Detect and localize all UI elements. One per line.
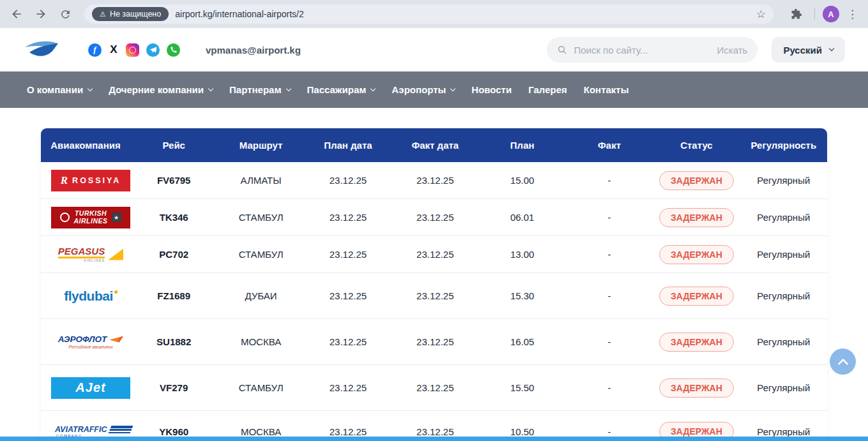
facebook-icon[interactable]: f bbox=[88, 43, 102, 57]
plan-date: 23.12.25 bbox=[305, 175, 392, 186]
chevron-down-icon bbox=[286, 86, 291, 91]
plan-date: 23.12.25 bbox=[305, 212, 392, 223]
column-header-status: Статус bbox=[653, 140, 740, 151]
route: АЛМАТЫ bbox=[217, 175, 304, 186]
bookmark-star-icon[interactable]: ☆ bbox=[756, 8, 766, 21]
flight-number: FZ1689 bbox=[130, 290, 217, 301]
scroll-to-top-button[interactable] bbox=[830, 348, 856, 375]
status-badge: ЗАДЕРЖАН bbox=[659, 208, 734, 227]
fact-time: - bbox=[566, 290, 653, 301]
nav-item-gallery[interactable]: Галерея bbox=[528, 84, 567, 95]
fact-time: - bbox=[566, 382, 653, 393]
fact-date: 23.12.25 bbox=[392, 249, 478, 260]
rossiya-r-icon: R bbox=[61, 174, 68, 187]
chevron-down-icon bbox=[450, 86, 455, 91]
fact-date: 23.12.25 bbox=[392, 212, 478, 223]
nav-item-contacts[interactable]: Контакты bbox=[584, 84, 629, 95]
toolbar-right: A ⋮ bbox=[782, 4, 862, 24]
site-header: f X vpmanas@airport.kg Искать Русский bbox=[0, 28, 868, 71]
social-links: f X bbox=[88, 43, 180, 57]
search-button[interactable]: Искать bbox=[717, 45, 748, 56]
pegasus-airlines-logo: PEGASUS AIRLINES bbox=[51, 244, 130, 265]
fact-time: - bbox=[566, 175, 653, 186]
flydubai-logo: flydubai bbox=[51, 285, 130, 307]
contact-email[interactable]: vpmanas@airport.kg bbox=[206, 45, 301, 56]
nav-item-subsidiaries[interactable]: Дочерние компании bbox=[109, 84, 213, 95]
search-icon bbox=[557, 45, 567, 55]
main-navigation: О компании Дочерние компании Партнерам П… bbox=[0, 71, 868, 108]
search-input[interactable] bbox=[574, 45, 710, 56]
security-badge-label: Не защищено bbox=[110, 10, 161, 19]
airline-cell: TURKISH AIRLINES ★ bbox=[41, 207, 130, 228]
regularity: Регулярный bbox=[740, 212, 827, 223]
plan-date: 23.12.25 bbox=[305, 336, 392, 347]
table-header-row: Авиакомпания Рейс Маршрут План дата Факт… bbox=[41, 128, 827, 162]
plan-date: 23.12.25 bbox=[305, 426, 392, 437]
chevron-up-icon bbox=[837, 358, 848, 369]
regularity: Регулярный bbox=[740, 290, 827, 301]
column-header-plan: План bbox=[479, 140, 566, 151]
whatsapp-icon[interactable] bbox=[167, 43, 180, 57]
status-cell: ЗАДЕРЖАН bbox=[653, 245, 740, 264]
column-header-plan-date: План дата bbox=[305, 140, 392, 151]
ajet-logo: AJet bbox=[51, 377, 130, 399]
security-badge[interactable]: ⚠ Не защищено bbox=[92, 7, 169, 21]
flight-row: R ROSSIYA FV6795 АЛМАТЫ 23.12.25 23.12.2… bbox=[41, 162, 827, 199]
language-label: Русский bbox=[783, 45, 822, 56]
status-cell: ЗАДЕРЖАН bbox=[653, 287, 740, 306]
menu-kebab-icon[interactable]: ⋮ bbox=[847, 8, 858, 21]
plan-time: 16.05 bbox=[479, 336, 566, 347]
turkish-airlines-emblem-icon bbox=[60, 213, 70, 222]
status-cell: ЗАДЕРЖАН bbox=[653, 208, 740, 227]
flydubai-dot-icon bbox=[114, 290, 118, 294]
column-header-airline: Авиакомпания bbox=[41, 140, 130, 151]
flight-number: SU1882 bbox=[130, 336, 217, 347]
status-badge: ЗАДЕРЖАН bbox=[659, 287, 734, 306]
flight-row: AJet VF279 СТАМБУЛ 23.12.25 23.12.25 15.… bbox=[41, 365, 827, 411]
route: МОСКВА bbox=[217, 336, 304, 347]
nav-item-partners[interactable]: Партнерам bbox=[229, 84, 290, 95]
regularity: Регулярный bbox=[740, 175, 827, 186]
flight-row: PEGASUS AIRLINES PC702 СТАМБУЛ 23.12.25 … bbox=[41, 236, 827, 273]
telegram-icon[interactable] bbox=[146, 43, 160, 57]
manas-airport-logo[interactable] bbox=[23, 39, 60, 61]
status-cell: ЗАДЕРЖАН bbox=[653, 171, 740, 190]
nav-item-news[interactable]: Новости bbox=[471, 84, 512, 95]
route: СТАМБУЛ bbox=[217, 382, 304, 393]
site-search: Искать bbox=[547, 37, 758, 63]
back-icon[interactable] bbox=[6, 4, 27, 24]
language-selector[interactable]: Русский bbox=[772, 37, 845, 63]
forward-icon[interactable] bbox=[31, 4, 51, 24]
extensions-puzzle-icon[interactable] bbox=[786, 4, 807, 24]
fact-time: - bbox=[566, 336, 653, 347]
x-icon[interactable]: X bbox=[109, 43, 119, 57]
table-body: R ROSSIYA FV6795 АЛМАТЫ 23.12.25 23.12.2… bbox=[41, 162, 827, 441]
aeroflot-wing-icon bbox=[109, 336, 123, 343]
profile-avatar[interactable]: A bbox=[823, 6, 839, 22]
regularity: Регулярный bbox=[740, 249, 827, 260]
plan-date: 23.12.25 bbox=[305, 382, 392, 393]
route: МОСКВА bbox=[217, 426, 304, 437]
aeroflot-logo: АЭРОФЛОТ Российские авиалинии bbox=[51, 331, 130, 353]
url-text: airport.kg/international-airports/2 bbox=[175, 9, 750, 19]
nav-item-passengers[interactable]: Пассажирам bbox=[307, 84, 376, 95]
warning-icon: ⚠ bbox=[100, 11, 106, 18]
chevron-down-icon bbox=[208, 86, 213, 91]
status-cell: ЗАДЕРЖАН bbox=[653, 378, 740, 398]
fact-date: 23.12.25 bbox=[392, 175, 478, 186]
turkish-airlines-logo: TURKISH AIRLINES ★ bbox=[51, 207, 130, 228]
aviatraffic-flag-icon bbox=[109, 426, 133, 433]
address-bar[interactable]: ⚠ Не защищено airport.kg/international-a… bbox=[84, 4, 773, 24]
plan-time: 15.50 bbox=[479, 382, 566, 393]
flights-table: Авиакомпания Рейс Маршрут План дата Факт… bbox=[41, 128, 827, 441]
instagram-icon[interactable] bbox=[126, 43, 139, 57]
column-header-route: Маршрут bbox=[217, 140, 304, 151]
status-badge: ЗАДЕРЖАН bbox=[659, 171, 734, 190]
nav-item-about[interactable]: О компании bbox=[27, 84, 92, 95]
flight-number: YK960 bbox=[130, 426, 217, 437]
rossiya-logo: R ROSSIYA bbox=[51, 170, 130, 191]
browser-window: ⚠ Не защищено airport.kg/international-a… bbox=[0, 0, 868, 441]
reload-icon[interactable] bbox=[55, 4, 75, 24]
flight-number: VF279 bbox=[130, 382, 217, 393]
nav-item-airports[interactable]: Аэропорты bbox=[392, 84, 455, 95]
